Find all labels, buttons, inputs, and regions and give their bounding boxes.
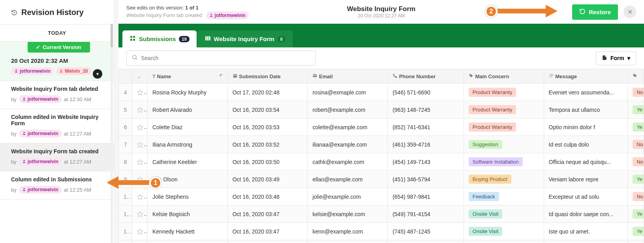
restore-button[interactable]: Restore (572, 4, 618, 20)
col-name[interactable]: T Name (147, 69, 227, 84)
svg-point-5 (23, 188, 24, 189)
table-row[interactable]: 7 Iliana Armstrong Oct 16, 2020 03:52 il… (119, 136, 644, 153)
search-icon (131, 54, 138, 62)
concern-tag: Onsite Visit (469, 227, 503, 236)
svg-rect-12 (207, 36, 208, 41)
col-date[interactable]: Submission Date (227, 69, 308, 84)
row-number: 12 (119, 223, 132, 240)
star-cell[interactable] (132, 205, 148, 223)
cell-email: ilianaa@example.com (308, 136, 388, 153)
star-cell[interactable] (132, 223, 148, 240)
row-number: 11 (119, 205, 132, 223)
by-label: by (11, 187, 17, 193)
table-toolbar: Form ▾ (118, 47, 644, 69)
form-dropdown[interactable]: Form ▾ (596, 51, 636, 65)
cell-message: Deserunt cupidatat e (544, 240, 628, 243)
grid-icon (130, 35, 136, 43)
cell-name: Rosina Rocky Murphy (147, 84, 227, 101)
svg-marker-25 (138, 124, 143, 130)
table-row[interactable]: 9 Ella Olson Oct 16, 2020 03:49 ellao@ex… (119, 171, 644, 188)
table-row[interactable]: 6 Colette Diaz Oct 16, 2020 03:53 colett… (119, 119, 644, 136)
user-pill[interactable]: jotformwelvin (19, 158, 62, 166)
history-icon (11, 9, 17, 16)
star-cell[interactable] (132, 240, 148, 243)
search-input[interactable] (141, 55, 311, 61)
table-row[interactable]: 12 Kennedy Hackett Oct 16, 2020 03:47 ke… (119, 223, 644, 240)
concern-tag: Onsite Visit (469, 209, 503, 219)
col-phone[interactable]: Phone Number (388, 69, 464, 84)
star-cell[interactable] (132, 119, 148, 136)
svg-line-15 (136, 58, 137, 60)
revision-item[interactable]: Column edited in Submissions by jotformw… (0, 171, 114, 200)
row-number-header[interactable] (119, 69, 132, 84)
at-label: at 12:27 AM (64, 159, 91, 165)
table-row[interactable]: 10 Jolie Stephens Oct 16, 2020 03:48 jol… (119, 188, 644, 205)
star-icon (137, 228, 143, 235)
search-box[interactable] (126, 51, 316, 66)
table-row[interactable]: 13 Owen Johnson Oct 16, 2020 03:46 owen@… (119, 240, 644, 243)
revision-by: by jotformwelvin at 12:27 AM (11, 158, 106, 166)
revision-item[interactable]: Website Inquiry Form tab deleted by jotf… (0, 81, 114, 109)
person-icon (22, 187, 26, 192)
table-row[interactable]: 4 Rosina Rocky Murphy Oct 17, 2020 02:48… (119, 84, 644, 101)
revision-by: by jotformwelvin at 12:30 AM (11, 95, 106, 103)
close-button[interactable]: ✕ (623, 6, 636, 18)
cell-extra: Ye (628, 101, 644, 119)
user-pill[interactable]: jotformwelvin (11, 67, 54, 75)
col-concern[interactable]: Main Concern (464, 69, 544, 84)
sidebar-scrollbar[interactable] (111, 24, 113, 243)
svg-point-0 (15, 70, 17, 71)
mail-icon (312, 73, 317, 79)
svg-marker-31 (138, 229, 143, 234)
table-row[interactable]: 5 Robert Alvarado Oct 16, 2020 03:54 rob… (119, 101, 644, 119)
cell-name: Kelsie Bogisich (147, 205, 227, 223)
row-number: 10 (119, 188, 132, 205)
svg-point-3 (23, 132, 24, 133)
col-extra[interactable] (628, 69, 644, 84)
user-pill-label: jotformwelvin (28, 131, 58, 136)
tab-submissions[interactable]: Submissions 19 (122, 30, 197, 47)
star-cell[interactable] (132, 188, 148, 205)
svg-rect-11 (205, 36, 207, 41)
revision-by: by jotformwelvin at 12:27 AM (11, 130, 106, 138)
cell-email: kelsie@example.com (308, 205, 388, 223)
cell-email: robert@example.com (308, 101, 388, 119)
table-row[interactable]: 8 Catherine Keebler Oct 16, 2020 03:50 c… (119, 153, 644, 171)
revision-item[interactable]: Website Inquiry Form tab created by jotf… (0, 143, 114, 171)
star-cell[interactable] (132, 101, 148, 119)
col-message[interactable]: Message (544, 69, 628, 84)
concern-tag: Product Warranty (469, 122, 516, 132)
user-pill[interactable]: jotformwelvin (19, 95, 62, 103)
pin-icon[interactable] (218, 73, 223, 80)
cell-concern: Software Installation (464, 153, 544, 171)
cell-concern: Feedback (464, 188, 544, 205)
user-pill[interactable]: Welvin_10 (56, 67, 91, 75)
revision-title: Column edited in Submissions (11, 176, 106, 183)
close-icon: ✕ (627, 8, 633, 16)
star-cell[interactable] (132, 84, 148, 101)
text-icon: T (152, 73, 156, 79)
revision-item[interactable]: Column edited in Website Inquiry Form by… (0, 109, 114, 143)
star-icon (137, 194, 143, 200)
tab-website-inquiry[interactable]: Website Inquiry Form 0 (197, 30, 293, 47)
paragraph-icon (549, 73, 554, 79)
star-cell[interactable] (132, 153, 148, 171)
today-separator: TODAY (0, 24, 114, 42)
user-pill[interactable]: jotformwelvin (206, 11, 249, 19)
star-cell[interactable] (132, 136, 148, 153)
row-number: 8 (119, 153, 132, 171)
table-row[interactable]: 11 Kelsie Bogisich Oct 16, 2020 03:47 ke… (119, 205, 644, 223)
cell-name: Iliana Armstrong (147, 136, 227, 153)
user-pill[interactable]: jotformwelvin (19, 186, 62, 194)
svg-rect-7 (130, 36, 132, 38)
star-header[interactable]: ⌄ (132, 69, 148, 84)
concern-tag: Feedback (469, 192, 499, 201)
col-email[interactable]: Email (308, 69, 388, 84)
svg-rect-13 (209, 36, 210, 41)
user-pill[interactable]: jotformwelvin (19, 130, 62, 138)
cell-date: Oct 16, 2020 03:54 (227, 101, 308, 119)
collapse-button[interactable]: ▾ (93, 69, 102, 79)
cell-date: Oct 16, 2020 03:47 (227, 205, 308, 223)
cell-date: Oct 17, 2020 02:48 (227, 84, 308, 101)
revision-by: by jotformwelvin at 12:25 AM (11, 186, 106, 194)
